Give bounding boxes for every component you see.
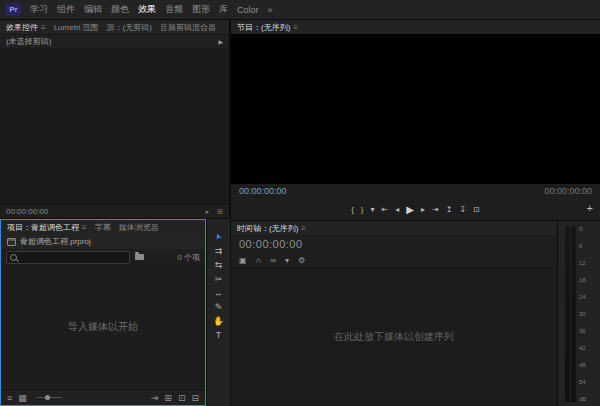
export-frame-icon[interactable]: ⊡ (473, 205, 480, 214)
tab-audio-clip-mixer[interactable]: 音频剪辑混合器 (160, 22, 216, 33)
tab-project[interactable]: 项目：青超调色工程 ≡ (7, 222, 87, 233)
tools-panel: ➤ ⇉ ⇆ ✂ ↔ ✎ ✋ T (207, 219, 230, 406)
icon-view-icon[interactable]: ▦ (18, 393, 27, 403)
audio-meter-bar-left (565, 226, 570, 402)
program-timecode-row: 00:00:00:00 00:00:00:00 (231, 184, 600, 198)
timeline-tab-bar: 时间轴：(无序列) ≡ (231, 221, 557, 235)
panel-menu-icon[interactable]: ≡ (82, 223, 87, 232)
premiere-logo: Pr (6, 3, 21, 16)
timeline-drop-area[interactable]: 在此处放下媒体以创建序列 (231, 268, 557, 406)
audio-meter-unit: dB (579, 396, 597, 402)
zoom-fit-icon[interactable]: ⊞ (217, 208, 223, 215)
search-input[interactable] (20, 253, 126, 262)
project-drop-area[interactable]: 导入媒体以开始 (1, 265, 205, 389)
step-back-icon[interactable]: ◂ (395, 205, 399, 214)
panel-menu-icon[interactable]: ≡ (293, 23, 298, 32)
search-box[interactable] (6, 251, 130, 264)
add-marker-icon[interactable]: ▾ (285, 256, 289, 265)
timeline-timecode[interactable]: 00:00:00:00 (239, 238, 303, 250)
program-monitor-panel: 节目：(无序列) ≡ 00:00:00:00 00:00:00:00 { } ▾… (231, 20, 600, 220)
project-footer-toolbar: ≡ ▦ ⇥ ⊞ ⊡ ⊟ (1, 389, 205, 405)
snap-icon[interactable]: ∩ (256, 256, 262, 265)
step-forward-icon[interactable]: ▸ (421, 205, 425, 214)
effect-controls-tab-bar: 效果控件 ≡ Lumetri 范围 源：(无剪辑) 音频剪辑混合器 (0, 20, 229, 34)
go-to-out-icon[interactable]: ⇥ (432, 205, 439, 214)
play-button-icon[interactable]: ▶ (406, 204, 414, 215)
razor-tool[interactable]: ✂ (207, 273, 230, 284)
project-file-row[interactable]: 青超调色工程.prproj (1, 234, 205, 249)
program-current-timecode[interactable]: 00:00:00:00 (239, 186, 287, 196)
timeline-settings-icon[interactable]: ⚙ (298, 256, 305, 265)
delete-icon[interactable]: ⊟ (191, 393, 199, 403)
tab-media-browser[interactable]: 媒体浏览器 (119, 222, 159, 233)
effect-controls-subheader: (未选择剪辑) ▶ (0, 34, 229, 48)
go-to-in-icon[interactable]: ⇤ (382, 205, 389, 214)
tab-timeline[interactable]: 时间轴：(无序列) ≡ (237, 223, 306, 234)
tab-effect-controls[interactable]: 效果控件 ≡ (6, 22, 46, 33)
workspace-bar: Pr 学习 组件 编辑 颜色 效果 音频 图形 库 Color » (0, 0, 600, 19)
automate-to-sequence-icon[interactable]: ⇥ (151, 393, 159, 403)
bin-filter-icon[interactable] (135, 254, 144, 260)
type-tool[interactable]: T (207, 329, 230, 340)
timeline-drop-message: 在此处放下媒体以创建序列 (334, 330, 454, 344)
hand-tool[interactable]: ✋ (207, 315, 230, 326)
zoom-slider[interactable] (36, 397, 62, 398)
new-bin-icon[interactable]: ⊞ (164, 393, 172, 403)
search-icon (10, 254, 17, 261)
workspace-tab-learning[interactable]: 学习 (30, 3, 48, 16)
effect-controls-timecode[interactable]: 00:00:00:00 (6, 207, 48, 216)
extract-icon[interactable]: ↧ (459, 205, 466, 214)
program-tab-bar: 节目：(无序列) ≡ (231, 20, 600, 34)
workspace-tab-editing[interactable]: 编辑 (84, 3, 102, 16)
track-select-forward-tool[interactable]: ⇉ (207, 245, 230, 256)
audio-meters-panel: 0 6 12 18 24 30 36 42 48 54 dB (558, 221, 600, 406)
button-editor-add-icon[interactable]: + (587, 202, 593, 214)
effect-controls-panel: 效果控件 ≡ Lumetri 范围 源：(无剪辑) 音频剪辑混合器 (未选择剪辑… (0, 20, 229, 218)
workspace-tab-graphics[interactable]: 图形 (192, 3, 210, 16)
project-panel: 项目：青超调色工程 ≡ 字幕 媒体浏览器 青超调色工程.prproj 0 个项 … (0, 219, 206, 406)
panel-menu-icon[interactable]: ≡ (301, 224, 306, 233)
tab-source-monitor[interactable]: 源：(无剪辑) (107, 22, 152, 33)
selection-tool[interactable]: ➤ (207, 231, 230, 242)
timeline-toolbar: ▣ ∩ ∞ ▾ ⚙ (231, 253, 557, 268)
workspace-tab-custom-color[interactable]: Color (237, 5, 259, 15)
chevron-right-icon[interactable]: ▶ (218, 38, 223, 45)
mark-out-icon[interactable]: } (361, 205, 364, 214)
workspace-overflow-icon[interactable]: » (268, 5, 273, 15)
linked-selection-icon[interactable]: ∞ (270, 256, 276, 265)
new-item-icon[interactable]: ⊡ (178, 393, 186, 403)
program-video-display (231, 34, 600, 184)
project-file-name: 青超调色工程.prproj (20, 236, 91, 247)
workspace-tab-audio[interactable]: 音频 (165, 3, 183, 16)
workspace-tab-libraries[interactable]: 库 (219, 3, 228, 16)
project-search-row: 0 个项 (1, 249, 205, 265)
timeline-panel: 时间轴：(无序列) ≡ 00:00:00:00 ▣ ∩ ∞ ▾ ⚙ 在此处放下媒… (231, 221, 557, 406)
item-count-label: 0 个项 (177, 252, 200, 263)
project-tab-bar: 项目：青超调色工程 ≡ 字幕 媒体浏览器 (1, 220, 205, 234)
workspace-tab-color[interactable]: 颜色 (111, 3, 129, 16)
program-duration-timecode: 00:00:00:00 (544, 186, 592, 196)
audio-meter-bars (565, 226, 576, 402)
nest-toggle-icon[interactable]: ▣ (239, 256, 247, 265)
timeline-timecode-row: 00:00:00:00 (231, 235, 557, 253)
tab-captions[interactable]: 字幕 (95, 222, 111, 233)
mark-in-icon[interactable]: { (351, 205, 354, 214)
premiere-app: Pr 学习 组件 编辑 颜色 效果 音频 图形 库 Color » 效果控件 ≡… (0, 0, 600, 406)
workspace-tab-assembly[interactable]: 组件 (57, 3, 75, 16)
panel-menu-icon[interactable]: ≡ (41, 23, 46, 32)
clip-status-label: (未选择剪辑) (6, 36, 51, 47)
effect-controls-footer: 00:00:00:00 ▸ ⊞ (0, 204, 229, 218)
lift-icon[interactable]: ↥ (446, 205, 453, 214)
project-empty-message: 导入媒体以开始 (68, 320, 138, 334)
play-clip-icon[interactable]: ▸ (205, 208, 209, 215)
ripple-edit-tool[interactable]: ⇆ (207, 259, 230, 270)
slip-tool[interactable]: ↔ (207, 287, 230, 298)
list-view-icon[interactable]: ≡ (7, 393, 12, 403)
effect-controls-body (0, 48, 229, 204)
project-file-icon (7, 238, 16, 246)
tab-program-monitor[interactable]: 节目：(无序列) ≡ (237, 22, 298, 33)
workspace-tab-effects[interactable]: 效果 (138, 3, 156, 16)
pen-tool[interactable]: ✎ (207, 301, 230, 312)
add-marker-icon[interactable]: ▾ (371, 205, 375, 214)
tab-lumetri-scopes[interactable]: Lumetri 范围 (54, 22, 99, 33)
